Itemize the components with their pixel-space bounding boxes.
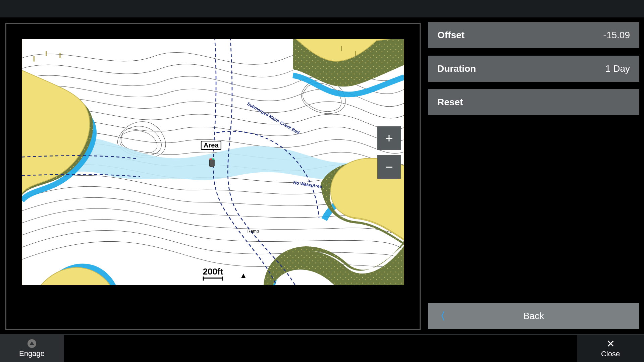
reset-row[interactable]: Reset <box>428 89 639 115</box>
chevron-left-icon: 〈 <box>435 309 445 323</box>
scale-text: 200ft <box>203 266 223 277</box>
engage-icon <box>28 339 36 348</box>
back-button[interactable]: 〈 Back <box>428 303 639 329</box>
settings-panel: Offset -15.09 Duration 1 Day Reset 〈 Bac… <box>428 17 644 335</box>
zoom-controls: + − <box>377 126 401 179</box>
bottom-bar: Engage ✕ Close <box>0 334 644 362</box>
duration-row[interactable]: Duration 1 Day <box>428 56 639 82</box>
area-marker-label[interactable]: Area <box>201 141 221 150</box>
close-label: Close <box>601 350 620 358</box>
svg-rect-9 <box>210 159 215 167</box>
duration-label: Duration <box>437 63 476 74</box>
map-frame: Submerged Major Creek Bed No Wake Area R… <box>5 23 421 330</box>
svg-rect-10 <box>210 159 212 160</box>
offset-row[interactable]: Offset -15.09 <box>428 22 639 48</box>
back-label: Back <box>523 311 544 321</box>
reset-label: Reset <box>437 97 463 108</box>
offset-value: -15.09 <box>603 30 630 41</box>
zoom-in-button[interactable]: + <box>377 126 401 150</box>
zoom-out-button[interactable]: − <box>377 155 401 179</box>
duration-value: 1 Day <box>605 63 630 74</box>
offset-label: Offset <box>437 30 465 41</box>
north-arrow-icon: ▲ <box>240 271 247 280</box>
svg-rect-11 <box>212 159 214 160</box>
top-bar <box>0 0 644 17</box>
close-icon: ✕ <box>606 339 615 349</box>
engage-button[interactable]: Engage <box>0 335 64 362</box>
engage-label: Engage <box>19 349 45 358</box>
scale-bar: 200ft <box>203 266 223 279</box>
chart-map[interactable]: Submerged Major Creek Bed No Wake Area R… <box>22 39 404 285</box>
close-button[interactable]: ✕ Close <box>577 335 644 362</box>
main-area: Submerged Major Creek Bed No Wake Area R… <box>0 17 644 335</box>
